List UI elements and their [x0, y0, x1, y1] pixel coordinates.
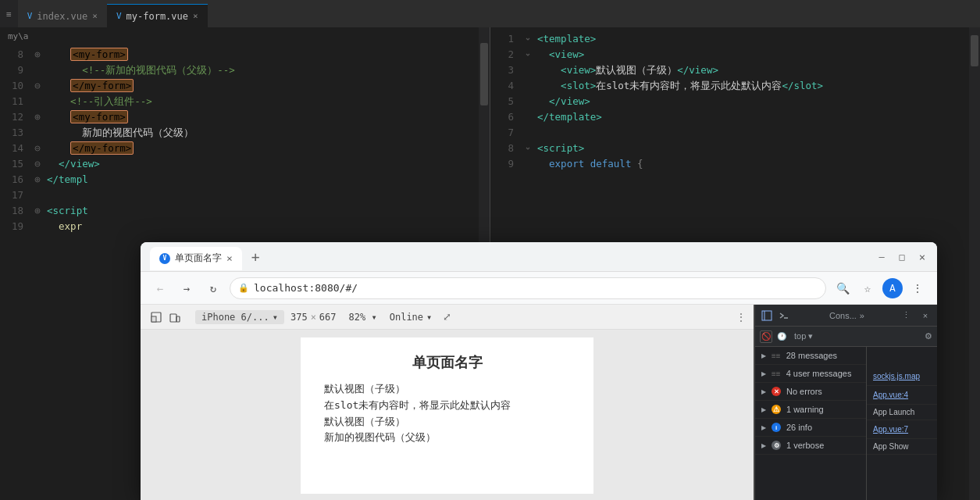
device-name: iPhone 6/... [201, 312, 269, 323]
devtools-toggle-icon[interactable] [148, 309, 164, 325]
context-selector[interactable]: top ▾ [791, 331, 816, 341]
devtools-close-button[interactable]: × [918, 309, 932, 323]
close-button[interactable]: × [917, 252, 928, 262]
link-appvue4[interactable]: App.vue:4 [867, 386, 937, 405]
breadcrumb-text: my\a [8, 31, 29, 41]
forward-button[interactable]: → [176, 278, 197, 298]
tab-vue-icon-1: V [27, 11, 33, 21]
msg-expand-3: ▶ [761, 388, 766, 395]
link-text-appstart: App Launch [873, 408, 914, 416]
bookmark-button[interactable]: ☆ [857, 278, 878, 298]
browser-tab[interactable]: V 单页面名字 × [150, 247, 242, 270]
link-text-appvue4: App.vue:4 [873, 391, 908, 399]
network-selector[interactable]: Online ▾ [390, 312, 433, 323]
tab-my-form-vue[interactable]: V my-form.vue × [107, 4, 208, 27]
console-clear-button[interactable]: 🚫 [760, 330, 772, 343]
link-appvue7[interactable]: App.vue:7 [867, 420, 937, 439]
link-appshow: App Show [867, 439, 937, 455]
right-pane-scrollbar[interactable] [969, 27, 980, 500]
msg-item-info[interactable]: ▶ i 26 info [755, 419, 866, 437]
browser-toolbar: ← → ↻ 🔒 localhost:8080/#/ 🔍 ☆ A ⋮ [141, 272, 937, 305]
profile-button[interactable]: A [882, 278, 903, 298]
window-controls: — □ × [876, 252, 928, 262]
browser-tab-close[interactable]: × [226, 253, 233, 263]
zoom-dropdown-icon: ▾ [371, 312, 376, 323]
breadcrumb: my\a [0, 27, 429, 45]
svg-rect-20 [170, 314, 176, 322]
browser-viewport: iPhone 6/... ▾ 375 × 667 82% ▾ Online [141, 305, 754, 500]
browser-toolbar-icons: 🔍 ☆ A ⋮ [832, 278, 928, 298]
link-appstart: App Launch [867, 405, 937, 420]
reload-button[interactable]: ↻ [203, 278, 223, 298]
new-tab-button[interactable]: + [251, 248, 260, 265]
rotate-icon[interactable]: ⤢ [443, 311, 451, 323]
right-code-line-5: 5 </view> [490, 94, 980, 109]
msg-item-4user[interactable]: ▶ ≡≡ 4 user messages [755, 365, 866, 383]
msg-item-verbose[interactable]: ▶ ⚙ 1 verbose [755, 437, 866, 455]
more-button[interactable]: ⋮ [907, 278, 928, 298]
zoom-button[interactable]: 🔍 [832, 278, 853, 298]
minimize-button[interactable]: — [876, 252, 887, 262]
msg-item-errors[interactable]: ▶ ✕ No errors [755, 383, 866, 401]
filter-button[interactable]: ⚙ [925, 331, 932, 341]
msg-expand-6: ▶ [761, 442, 766, 449]
viewport-width: 375 [290, 312, 308, 323]
browser-titlebar: V 单页面名字 × + — □ × [141, 242, 937, 272]
console-tab-label[interactable]: Cons... [829, 311, 857, 320]
code-line-15: 15 </view> [0, 156, 490, 172]
tab-index-vue[interactable]: V index.vue × [18, 4, 107, 27]
devtools-more-button[interactable]: ⋮ [900, 309, 914, 323]
code-line-16: 16 </templ [0, 172, 490, 188]
source-links-panel: sockjs.js.map App.vue:4 App Launch App.v… [867, 347, 937, 500]
more-tabs-button[interactable]: » [860, 311, 864, 320]
back-button[interactable]: ← [150, 278, 170, 298]
device-more-button[interactable]: ⋮ [736, 312, 746, 323]
msg-text-errors: No errors [786, 387, 860, 396]
link-sockjs[interactable]: sockjs.js.map [867, 367, 937, 386]
right-code-line-6: 6 </template> [490, 109, 980, 125]
code-line-14: 14 </my-form> [0, 141, 490, 156]
link-text-appvue7: App.vue:7 [873, 425, 908, 434]
device-dropdown-icon: ▾ [273, 312, 278, 323]
left-scrollbar-thumb[interactable] [480, 43, 488, 105]
msg-lines-icon-1: ≡≡ [772, 352, 781, 360]
msg-lines-icon-2: ≡≡ [772, 370, 781, 378]
page-line-3: 默认视图（子级） [324, 414, 570, 430]
page-text: 默认视图（子级） 在slot未有内容时，将显示此处默认内容 默认视图（子级） 新… [324, 381, 570, 446]
devtools-element-icon[interactable] [760, 309, 774, 323]
page-title: 单页面名字 [324, 353, 570, 372]
maximize-button[interactable]: □ [896, 252, 907, 262]
address-bar[interactable]: 🔒 localhost:8080/#/ [230, 277, 826, 299]
zoom-selector[interactable]: 82% ▾ [349, 312, 377, 323]
console-toolbar: 🚫 🕐 top ▾ ⚙ [755, 327, 937, 347]
right-code-line-8: 8 <script> [490, 141, 980, 156]
msg-expand-2: ▶ [761, 370, 766, 377]
msg-item-28[interactable]: ▶ ≡≡ 28 messages [755, 347, 866, 365]
responsive-toggle-icon[interactable] [167, 309, 183, 325]
network-dropdown-icon: ▾ [426, 312, 432, 323]
tab-close-2[interactable]: × [193, 11, 198, 21]
msg-item-warn[interactable]: ▶ ⚠ 1 warning [755, 401, 866, 419]
page-line-1: 默认视图（子级） [324, 381, 570, 398]
console-history-button[interactable]: 🕐 [775, 330, 788, 343]
viewport-height: 667 [319, 312, 337, 323]
tab-label-index: index.vue [37, 11, 87, 22]
device-selector[interactable]: iPhone 6/... ▾ [195, 310, 284, 324]
devtools-console-icon[interactable] [777, 309, 791, 323]
right-scrollbar-thumb[interactable] [971, 35, 978, 66]
right-code-line-4: 4 <slot>在slot未有内容时，将显示此处默认内容</slot> [490, 78, 980, 94]
message-list: ▶ ≡≡ 28 messages ▶ ≡≡ 4 user messages [755, 347, 867, 500]
msg-text-info: 26 info [786, 423, 860, 432]
zoom-level: 82% [349, 312, 366, 323]
right-code-line-3: 3 <view>默认视图（子级）</view> [490, 62, 980, 78]
left-panel-toggle[interactable]: ≡ [0, 0, 18, 27]
code-lines-right: 1 <template> 2 <view> 3 [490, 27, 980, 176]
link-text-appshow: App Show [873, 442, 909, 451]
msg-expand-1: ▶ [761, 352, 766, 359]
tab-label-form: my-form.vue [127, 11, 188, 22]
console-split: ▶ ≡≡ 28 messages ▶ ≡≡ 4 user messages [755, 347, 937, 500]
code-line-10: 10 </my-form> [0, 78, 490, 94]
context-arrow: ▾ [808, 331, 813, 341]
code-line-13: 13 新加的视图代码（父级） [0, 125, 490, 141]
tab-close-1[interactable]: × [92, 11, 98, 21]
